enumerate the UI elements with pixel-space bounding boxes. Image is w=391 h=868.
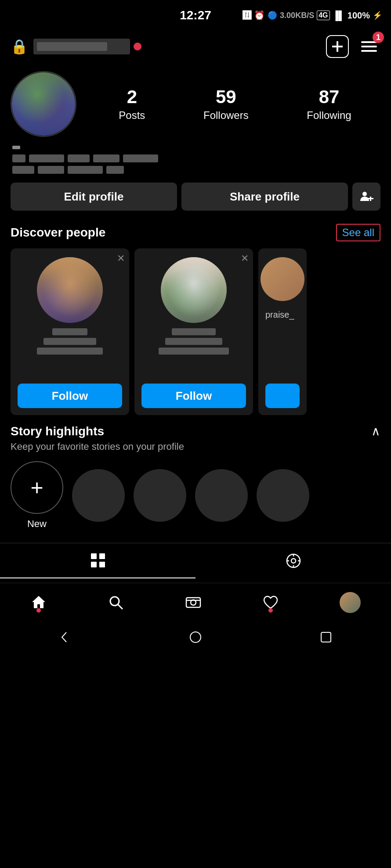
profile-nav-button[interactable] — [335, 588, 365, 617]
svg-rect-7 — [91, 562, 97, 567]
bio-block-2d — [106, 166, 124, 174]
activity-nav-dot — [268, 608, 273, 613]
reels-nav-button[interactable] — [181, 590, 206, 615]
add-post-button[interactable] — [326, 35, 349, 58]
share-profile-button[interactable]: Share profile — [181, 183, 348, 211]
username-area — [33, 39, 141, 54]
close-card-2-button[interactable]: ✕ — [241, 253, 249, 264]
plus-icon — [331, 40, 344, 53]
profile-section: 2 Posts 59 Followers 87 Following — [0, 67, 391, 219]
activity-nav-button[interactable] — [258, 590, 283, 615]
highlights-row: + New — [11, 461, 380, 530]
see-all-button[interactable]: See all — [336, 224, 380, 241]
highlight-circle-4[interactable] — [257, 469, 309, 522]
people-cards: ✕ Follow ✕ Follow praise_ — [11, 248, 380, 415]
avatar-container[interactable] — [11, 71, 76, 137]
add-friend-button[interactable] — [352, 183, 380, 211]
avatar-image — [12, 72, 75, 136]
discover-section: Discover people See all ✕ Follow ✕ Follo… — [0, 219, 391, 415]
status-time: 12:27 — [180, 8, 211, 22]
grid-view-tab[interactable] — [0, 543, 196, 578]
profile-stats: 2 Posts 59 Followers 87 Following — [90, 86, 380, 122]
svg-point-2 — [362, 192, 367, 196]
menu-button[interactable]: 1 — [358, 35, 380, 58]
highlights-collapse-button[interactable]: ∧ — [371, 424, 380, 438]
person-avatar-3 — [261, 257, 304, 301]
recent-system-button[interactable] — [306, 626, 346, 651]
username-text-blur — [37, 42, 107, 51]
following-label: Following — [307, 109, 351, 122]
avatar — [11, 71, 76, 137]
posts-stat[interactable]: 2 Posts — [119, 86, 145, 122]
person-name-lines-1 — [18, 328, 122, 355]
name-block-1c — [37, 348, 103, 355]
system-navigation — [0, 622, 391, 660]
notification-badge: 1 — [373, 32, 384, 43]
followers-label: Followers — [203, 109, 249, 122]
edit-profile-button[interactable]: Edit profile — [11, 183, 177, 211]
highlights-title: Story highlights — [11, 424, 104, 438]
battery-level: 100% — [348, 11, 370, 21]
search-nav-button[interactable] — [103, 590, 129, 615]
home-nav-dot — [36, 608, 41, 613]
reels-icon — [185, 594, 202, 611]
follow-button-3[interactable] — [265, 384, 300, 408]
battery-icon: ⚡ — [373, 11, 382, 20]
follow-button-2[interactable]: Follow — [141, 384, 246, 408]
top-nav-right: 1 — [326, 35, 380, 58]
person-name-lines-2 — [141, 328, 246, 355]
nfc-icon: 🅽 — [243, 11, 251, 21]
action-buttons: Edit profile Share profile — [11, 183, 380, 211]
hamburger-line-3 — [361, 50, 377, 52]
bio-block-1e — [123, 154, 158, 162]
back-system-button[interactable] — [45, 626, 85, 651]
name-block-1b — [43, 338, 96, 345]
bluetooth-icon: 🔵 — [268, 11, 277, 20]
highlight-circle-2[interactable] — [134, 469, 186, 522]
bio-line-1 — [12, 154, 379, 162]
discover-header: Discover people See all — [11, 224, 380, 241]
profile-top: 2 Posts 59 Followers 87 Following — [11, 71, 380, 137]
highlights-header: Story highlights ∧ — [11, 424, 380, 438]
close-card-1-button[interactable]: ✕ — [117, 253, 125, 264]
lock-icon: 🔒 — [11, 38, 28, 55]
posts-label: Posts — [119, 109, 145, 122]
highlight-circle-1[interactable] — [72, 469, 125, 522]
following-stat[interactable]: 87 Following — [307, 86, 351, 122]
svg-rect-8 — [99, 562, 105, 567]
bio-name-blur — [12, 146, 20, 149]
name-block-2b — [165, 338, 222, 345]
svg-point-20 — [190, 632, 201, 642]
svg-rect-17 — [186, 598, 200, 607]
highlight-circle-3[interactable] — [195, 469, 248, 522]
username-red-dot — [134, 43, 141, 50]
home-nav-button[interactable] — [26, 590, 51, 615]
followers-stat[interactable]: 59 Followers — [203, 86, 249, 122]
follow-button-1[interactable]: Follow — [18, 384, 122, 408]
home-system-button[interactable] — [176, 626, 215, 651]
name-block-2c — [159, 348, 229, 355]
highlights-subtitle: Keep your favorite stories on your profi… — [11, 441, 380, 452]
followers-count: 59 — [216, 86, 236, 108]
signal-bars: ▐▌ — [333, 11, 345, 21]
person-avatar-2 — [161, 257, 227, 323]
person-name-partial: praise_ — [265, 310, 300, 320]
svg-rect-21 — [321, 632, 331, 642]
bio-lines — [12, 154, 379, 174]
svg-rect-5 — [91, 553, 97, 559]
status-bar: 12:27 🅽 ⏰ 🔵 3.00KB/S 4G ▐▌ 100% ⚡ — [0, 0, 391, 31]
svg-rect-4 — [368, 198, 373, 199]
alarm-icon: ⏰ — [254, 10, 265, 21]
svg-rect-6 — [99, 553, 105, 559]
name-block-1a — [52, 328, 87, 335]
new-highlight-label: New — [27, 518, 47, 530]
bio-area — [11, 146, 380, 174]
bio-line-2 — [12, 166, 379, 174]
new-highlight-circle[interactable]: + — [11, 461, 63, 514]
new-highlight-item[interactable]: + New — [11, 461, 63, 530]
bio-block-1b — [29, 154, 64, 162]
tagged-view-tab[interactable] — [196, 543, 391, 578]
bio-block-1a — [12, 154, 25, 162]
bio-block-1d — [93, 154, 119, 162]
person-avatar-1 — [37, 257, 103, 323]
